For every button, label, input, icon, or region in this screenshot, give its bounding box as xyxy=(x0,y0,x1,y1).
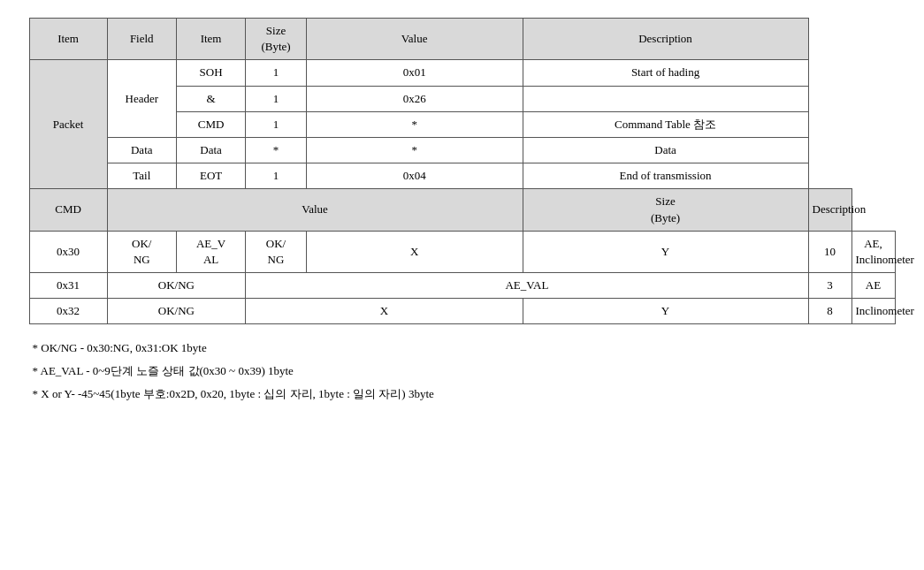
cmd-0x30: 0x30 xyxy=(29,231,107,272)
cmd-size-header: Size(Byte) xyxy=(523,189,808,231)
amp-desc xyxy=(523,86,808,111)
eot-value: 0x04 xyxy=(306,163,523,189)
soh-size: 1 xyxy=(246,60,307,86)
amp-size: 1 xyxy=(246,86,307,111)
header-desc: Description xyxy=(523,19,808,60)
packet-label: Packet xyxy=(29,60,107,189)
eot-item: EOT xyxy=(176,163,245,189)
main-container: Item Field Item Size(Byte) Value Descrip… xyxy=(29,18,896,406)
cmd-0x32: 0x32 xyxy=(29,299,107,324)
cmd-0x32-desc: Inclinometer xyxy=(851,299,895,324)
data-field: Data xyxy=(107,137,176,163)
cmd-0x30-val5: Y xyxy=(523,231,808,272)
cmd-0x31-size: 3 xyxy=(808,273,851,299)
cmd-size: 1 xyxy=(246,111,307,137)
amp-item: & xyxy=(176,86,245,111)
packet-table: Item Field Item Size(Byte) Value Descrip… xyxy=(29,18,896,324)
header-field-label: Header xyxy=(107,60,176,138)
soh-value: 0x01 xyxy=(306,60,523,86)
data-item: Data xyxy=(176,137,245,163)
cmd-0x31-desc: AE xyxy=(851,273,895,299)
eot-size: 1 xyxy=(246,163,307,189)
cmd-0x30-size: 10 xyxy=(808,231,851,272)
data-size: * xyxy=(246,137,307,163)
cmd-0x30-val3: OK/NG xyxy=(246,231,307,272)
cmd-0x31: 0x31 xyxy=(29,273,107,299)
data-desc: Data xyxy=(523,137,808,163)
header-subitem: Item xyxy=(176,19,245,60)
cmd-0x30-val2: AE_VAL xyxy=(176,231,245,272)
cmd-item: CMD xyxy=(176,111,245,137)
soh-item: SOH xyxy=(176,60,245,86)
amp-value: 0x26 xyxy=(306,86,523,111)
cmd-desc: Command Table 참조 xyxy=(523,111,808,137)
cmd-value: * xyxy=(306,111,523,137)
note-1: * OK/NG - 0x30:NG, 0x31:OK 1byte xyxy=(33,337,896,360)
cmd-row-label: CMD xyxy=(29,189,107,231)
cmd-value-header: Value xyxy=(107,189,523,231)
data-value: * xyxy=(306,137,523,163)
eot-desc: End of transmission xyxy=(523,163,808,189)
cmd-0x30-val1: OK/NG xyxy=(107,231,176,272)
cmd-0x32-x: X xyxy=(246,299,523,324)
cmd-0x32-ok: OK/NG xyxy=(107,299,246,324)
cmd-0x30-val4: X xyxy=(306,231,523,272)
header-value: Value xyxy=(306,19,523,60)
cmd-0x30-desc: AE, Inclinometer xyxy=(851,231,895,272)
cmd-0x31-ok: OK/NG xyxy=(107,273,246,299)
note-3: * X or Y- -45~45(1byte 부호:0x2D, 0x20, 1b… xyxy=(33,383,896,406)
note-2: * AE_VAL - 0~9단계 노즐 상태 값(0x30 ~ 0x39) 1b… xyxy=(33,360,896,383)
header-item: Item xyxy=(29,19,107,60)
header-field: Field xyxy=(107,19,176,60)
cmd-0x31-ae: AE_VAL xyxy=(246,273,808,299)
tail-field: Tail xyxy=(107,163,176,189)
soh-desc: Start of hading xyxy=(523,60,808,86)
cmd-desc-header: Description xyxy=(808,189,851,231)
header-size: Size(Byte) xyxy=(246,19,307,60)
cmd-0x32-size: 8 xyxy=(808,299,851,324)
cmd-0x32-y: Y xyxy=(523,299,808,324)
notes-section: * OK/NG - 0x30:NG, 0x31:OK 1byte * AE_VA… xyxy=(29,337,896,406)
